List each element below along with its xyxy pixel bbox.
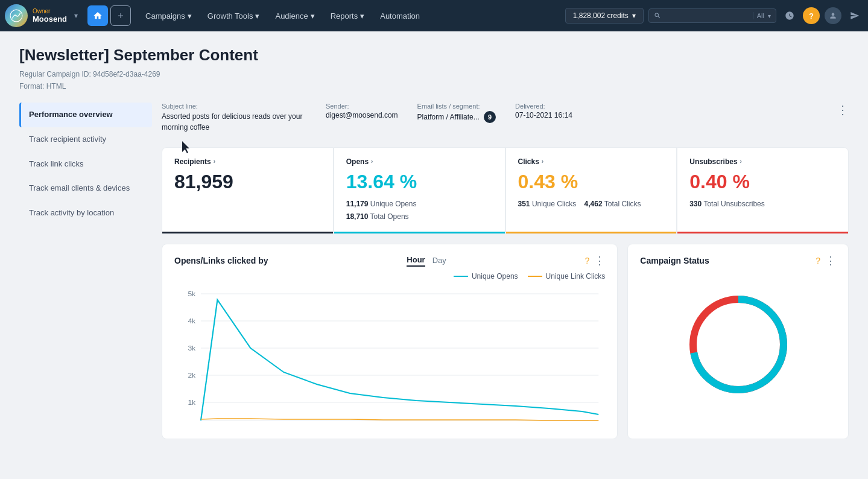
donut-chart — [678, 284, 799, 405]
nav-reports[interactable]: Reports ▾ — [323, 8, 372, 24]
opens-label[interactable]: Opens › — [346, 157, 493, 166]
credits-button[interactable]: 1,828,002 credits ▾ — [565, 8, 644, 24]
unsubscribes-value: 0.40 % — [689, 171, 836, 193]
add-button[interactable] — [110, 5, 131, 26]
campaign-status-title: Campaign Status — [640, 256, 709, 265]
delivered-value: 07-10-2021 16:14 — [515, 111, 572, 119]
svg-text:3k: 3k — [188, 344, 195, 351]
main-content: [Newsletter] September Content Regular C… — [0, 31, 868, 454]
chart-legend: Unique Opens Unique Link Clicks — [174, 272, 605, 281]
tab-day[interactable]: Day — [432, 255, 446, 266]
email-list-badge: 9 — [484, 111, 496, 123]
clicks-sub: 351 Unique Clicks 4,462 Total Clicks — [518, 198, 665, 211]
user-button[interactable] — [825, 7, 841, 24]
more-button[interactable]: ⋮ — [837, 103, 849, 117]
send-icon[interactable] — [846, 7, 863, 24]
stat-opens: Opens › 13.64 % 11,179 Unique Opens 18,7… — [334, 147, 505, 234]
svg-text:2k: 2k — [188, 372, 195, 378]
campaign-header: Subject line: Assorted posts for delicio… — [152, 103, 849, 133]
campaign-status-more-icon[interactable]: ⋮ — [825, 254, 836, 267]
svg-text:4k: 4k — [188, 317, 195, 324]
nav-campaigns[interactable]: Campaigns ▾ — [138, 8, 199, 24]
clicks-label[interactable]: Clicks › — [518, 157, 665, 166]
legend-unique-clicks: Unique Link Clicks — [528, 272, 606, 281]
delivered-col: Delivered: 07-10-2021 16:14 — [515, 103, 572, 119]
right-panel: Subject line: Assorted posts for delicio… — [152, 103, 849, 439]
line-chart-svg: 5k 4k 3k 2k 1k — [174, 288, 605, 427]
chart-actions: ? ⋮ — [585, 254, 606, 267]
legend-unique-opens: Unique Opens — [454, 272, 518, 281]
email-list-col: Email lists / segment: Platform / Affili… — [417, 103, 496, 123]
search-icon — [654, 12, 661, 19]
svg-text:5k: 5k — [188, 290, 195, 297]
subject-col: Subject line: Assorted posts for delicio… — [162, 103, 306, 133]
page-title: [Newsletter] September Content — [19, 46, 849, 65]
email-list-value: Platform / Affiliate... 9 — [417, 111, 496, 123]
brand-dropdown[interactable]: ▾ — [74, 11, 78, 20]
nav-audience[interactable]: Audience ▾ — [268, 8, 322, 24]
sidebar-item-recipient[interactable]: Track recipient activity — [19, 127, 152, 152]
svg-text:1k: 1k — [188, 399, 195, 405]
search-type[interactable]: All — [753, 12, 764, 19]
delivered-label: Delivered: — [515, 103, 572, 110]
home-button[interactable] — [87, 5, 108, 26]
nav-right: 1,828,002 credits ▾ All ▾ ? — [565, 7, 863, 24]
sidebar-item-performance[interactable]: Performance overview — [19, 103, 152, 127]
chart-tabs: Hour Day — [407, 254, 446, 267]
recipients-bar — [162, 232, 333, 233]
page-meta: Regular Campaign ID: 94d58ef2-d3aa-4269 … — [19, 68, 849, 93]
campaign-status-actions: ? ⋮ — [816, 254, 836, 267]
charts-row: Opens/Links clicked by Hour Day ? ⋮ — [162, 244, 849, 439]
sidebar-item-link-clicks[interactable]: Track link clicks — [19, 152, 152, 177]
chart-help-icon[interactable]: ? — [585, 256, 590, 265]
opens-chart-title: Opens/Links clicked by — [174, 256, 268, 265]
brand-name: Moosend — [33, 14, 67, 24]
opens-chart-card: Opens/Links clicked by Hour Day ? ⋮ — [162, 244, 618, 439]
clicks-value: 0.43 % — [518, 171, 665, 193]
legend-dot-cyan — [454, 276, 468, 277]
campaign-status-help-icon[interactable]: ? — [816, 256, 820, 265]
navbar: Owner Moosend ▾ Campaigns ▾ Growth Tools… — [0, 0, 868, 31]
search-box: All ▾ — [648, 8, 776, 23]
sender-col: Sender: digest@moosend.com — [326, 103, 398, 119]
nav-automation[interactable]: Automation — [373, 8, 427, 24]
nav-growth-tools[interactable]: Growth Tools ▾ — [200, 8, 267, 24]
stats-area: Recipients › 81,959 Opens › 13.64 % — [152, 147, 849, 234]
email-list-label: Email lists / segment: — [417, 103, 496, 110]
tab-hour[interactable]: Hour — [407, 254, 425, 267]
subject-value: Assorted posts for delicious reads over … — [162, 111, 306, 133]
sidebar: Performance overview Track recipient act… — [19, 103, 152, 439]
chart-more-icon[interactable]: ⋮ — [594, 254, 605, 267]
stat-recipients: Recipients › 81,959 — [162, 147, 334, 234]
help-button[interactable]: ? — [803, 7, 820, 24]
brand: Owner Moosend — [33, 8, 67, 24]
unsubscribes-bar — [677, 232, 848, 233]
legend-dot-yellow — [528, 276, 542, 277]
unsubscribes-sub: 330 Total Unsubscribes — [689, 198, 836, 211]
time-icon[interactable] — [781, 7, 798, 24]
sidebar-item-location[interactable]: Track activity by location — [19, 201, 152, 226]
search-input[interactable] — [665, 11, 749, 20]
recipients-label[interactable]: Recipients › — [174, 157, 321, 166]
chart-area: 5k 4k 3k 2k 1k — [174, 288, 605, 429]
donut-container — [640, 272, 836, 417]
opens-chart-header: Opens/Links clicked by Hour Day ? ⋮ — [174, 254, 605, 267]
sidebar-item-email-clients[interactable]: Track email clients & devices — [19, 176, 152, 201]
stats-grid: Recipients › 81,959 Opens › 13.64 % — [162, 147, 849, 234]
recipients-value: 81,959 — [174, 171, 321, 193]
format-label: Format: HTML — [19, 80, 849, 92]
unsubscribes-label[interactable]: Unsubscribes › — [689, 157, 836, 166]
subject-label: Subject line: — [162, 103, 306, 110]
logo[interactable] — [5, 4, 28, 27]
nav-items: Campaigns ▾ Growth Tools ▾ Audience ▾ Re… — [138, 8, 563, 24]
stat-unsubscribes: Unsubscribes › 0.40 % 330 Total Unsubscr… — [677, 147, 849, 234]
opens-bar — [334, 232, 505, 233]
campaign-status-header: Campaign Status ? ⋮ — [640, 254, 836, 267]
content-layout: Performance overview Track recipient act… — [19, 103, 849, 439]
campaign-status-card: Campaign Status ? ⋮ — [627, 244, 849, 439]
sender-label: Sender: — [326, 103, 398, 110]
opens-value: 13.64 % — [346, 171, 493, 193]
campaign-id: Regular Campaign ID: 94d58ef2-d3aa-4269 — [19, 68, 849, 80]
sender-value: digest@moosend.com — [326, 111, 398, 119]
clicks-bar — [506, 232, 677, 233]
